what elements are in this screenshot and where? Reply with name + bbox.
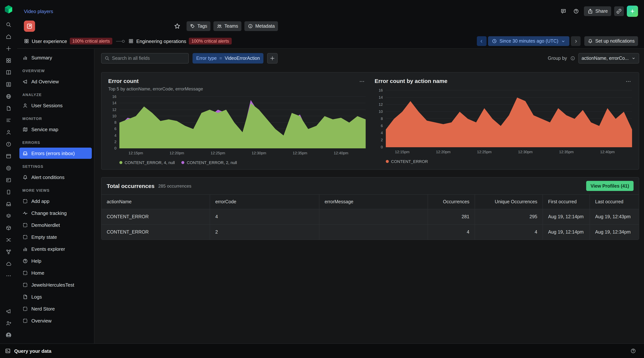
- teams-button[interactable]: Teams: [214, 21, 242, 31]
- mobile-icon[interactable]: [2, 186, 14, 198]
- new-relic-logo[interactable]: [4, 5, 14, 14]
- nav-item-user-sessions[interactable]: User Sessions: [20, 100, 92, 111]
- group-by-info-icon[interactable]: [570, 56, 575, 61]
- table-cell: 4: [428, 225, 474, 240]
- goals-icon[interactable]: [2, 162, 14, 174]
- nav-section-label: MORE VIEWS: [17, 184, 94, 195]
- nav-item-label: Alert conditions: [31, 174, 64, 180]
- time-forward-button[interactable]: [571, 36, 581, 46]
- y-tick-label: 16: [379, 88, 383, 92]
- nav-item-help[interactable]: Help: [20, 255, 92, 266]
- column-header-unique-occurrences[interactable]: Unique Occurrences: [474, 195, 542, 209]
- nav-item-summary[interactable]: Summary: [20, 52, 92, 63]
- browse-icon[interactable]: [2, 90, 14, 102]
- breadcrumb-app-link[interactable]: Video players: [24, 9, 53, 14]
- panel-title: Total occurrences: [107, 183, 154, 189]
- nav-item-label: Ad Overview: [31, 79, 59, 84]
- time-back-button[interactable]: [477, 36, 486, 46]
- chart-options-button[interactable]: [624, 78, 632, 85]
- invite-user-icon[interactable]: [2, 317, 14, 329]
- nav-item-ad-overview[interactable]: Ad Overview: [20, 76, 92, 87]
- query-bar[interactable]: Query your data: [0, 343, 644, 358]
- create-icon[interactable]: [2, 43, 14, 55]
- column-header-errorcode[interactable]: errorCode: [210, 195, 319, 209]
- dashboards-icon[interactable]: [2, 174, 14, 186]
- announcements-icon[interactable]: [2, 305, 14, 317]
- y-tick-label: 6: [381, 124, 383, 128]
- workflows-icon[interactable]: [2, 246, 14, 258]
- critical-alerts-badge[interactable]: 100% critical alerts: [189, 38, 232, 45]
- area-chart-plot[interactable]: [386, 90, 632, 147]
- chart-options-button[interactable]: [358, 78, 366, 85]
- legend-item[interactable]: CONTENT_ERROR: [386, 159, 428, 164]
- nav-item-change-tracking[interactable]: Change tracking: [20, 207, 92, 219]
- nav-item-errors-errors-inbox[interactable]: Errors (errors inbox): [20, 148, 92, 159]
- share-button[interactable]: Share: [584, 6, 611, 16]
- nav-item-alert-conditions[interactable]: Alert conditions: [20, 171, 92, 183]
- synthetics-icon[interactable]: [2, 258, 14, 270]
- critical-alerts-badge[interactable]: 100% critical alerts: [70, 38, 112, 45]
- packages-icon[interactable]: [2, 222, 14, 234]
- filter-chip[interactable]: Error type = VideoErrorAction: [192, 53, 264, 64]
- docs-icon[interactable]: [2, 67, 14, 78]
- workload-engineering-operations[interactable]: Engineering operations 100% critical ale…: [128, 38, 232, 45]
- feedback-icon[interactable]: [558, 6, 568, 16]
- pulse-icon: [22, 210, 28, 216]
- area-chart-plot[interactable]: [120, 97, 366, 148]
- search-input[interactable]: [112, 56, 186, 61]
- nav-item-empty-state[interactable]: Empty state: [20, 231, 92, 243]
- alerts-icon[interactable]: [2, 138, 14, 150]
- chevron-down-icon: [561, 39, 566, 44]
- workload-user-experience[interactable]: User experience 100% critical alerts: [24, 38, 112, 45]
- app-icon[interactable]: [24, 21, 35, 32]
- nav-item-home[interactable]: Home: [20, 267, 92, 278]
- favorite-star-icon[interactable]: [172, 21, 182, 31]
- workload-name: User experience: [32, 38, 67, 44]
- table-row[interactable]: CONTENT_ERROR4281295Aug 19, 12:14pmAug 1…: [102, 209, 639, 224]
- nav-item-jewelsherculestest[interactable]: JewelsHerculesTest: [20, 279, 92, 290]
- help-icon[interactable]: [571, 6, 581, 16]
- nav-item-nerd-store[interactable]: Nerd Store: [20, 303, 92, 314]
- view-profiles-button[interactable]: View Profiles (41): [586, 181, 634, 191]
- apps-icon[interactable]: [2, 55, 14, 67]
- nav-item-demonerdlet[interactable]: DemoNerdlet: [20, 219, 92, 231]
- traces-icon[interactable]: [2, 234, 14, 246]
- column-header-first-occurred[interactable]: First occurred: [542, 195, 590, 209]
- nerdlet-icon: [22, 222, 28, 228]
- browser-apps-icon[interactable]: [2, 150, 14, 162]
- column-header-occurrences[interactable]: Occurrences: [428, 195, 474, 209]
- layers-icon[interactable]: [2, 210, 14, 222]
- search-icon[interactable]: [2, 19, 14, 31]
- nav-item-overview[interactable]: Overview: [20, 315, 92, 326]
- group-by-select[interactable]: actionName, errorCo...: [578, 53, 639, 64]
- contacts-icon[interactable]: [2, 78, 14, 90]
- rail-bottom-group: [2, 305, 14, 341]
- metadata-button[interactable]: Metadata: [244, 21, 278, 31]
- nav-item-events-explorer[interactable]: Events explorer: [20, 243, 92, 255]
- setup-notifications-button[interactable]: Set up notifications: [584, 36, 638, 46]
- home-icon[interactable]: [2, 31, 14, 43]
- column-header-errormessage[interactable]: errorMessage: [319, 195, 428, 209]
- errors-inbox-rail-icon[interactable]: [2, 198, 14, 210]
- column-header-actionname[interactable]: actionName: [102, 195, 210, 209]
- table-row[interactable]: CONTENT_ERROR244Aug 19, 12:14pmAug 19, 1…: [102, 224, 639, 240]
- legend-item[interactable]: CONTENT_ERROR, 2, null: [182, 160, 237, 165]
- nav-item-add-app[interactable]: Add app: [20, 196, 92, 207]
- profile-icon[interactable]: [2, 126, 14, 138]
- nav-item-logs[interactable]: Logs: [20, 291, 92, 302]
- notes-icon[interactable]: [2, 102, 14, 114]
- metrics-icon[interactable]: [2, 114, 14, 126]
- more-icon[interactable]: [2, 270, 14, 282]
- copy-link-button[interactable]: [614, 6, 624, 16]
- tags-button[interactable]: Tags: [186, 21, 210, 31]
- user-avatar[interactable]: [2, 329, 14, 341]
- legend-item[interactable]: CONTENT_ERROR, 4, null: [120, 160, 175, 165]
- add-filter-button[interactable]: [267, 53, 278, 64]
- time-picker[interactable]: Since 30 minutes ago (UTC): [488, 36, 570, 46]
- y-tick-label: 12: [112, 107, 116, 112]
- column-header-last-occurred[interactable]: Last occurred: [590, 195, 639, 209]
- ai-assistant-button[interactable]: [627, 6, 638, 17]
- help-icon[interactable]: [628, 346, 638, 356]
- nav-item-service-map[interactable]: Service map: [20, 124, 92, 135]
- y-tick-label: 2: [114, 140, 116, 144]
